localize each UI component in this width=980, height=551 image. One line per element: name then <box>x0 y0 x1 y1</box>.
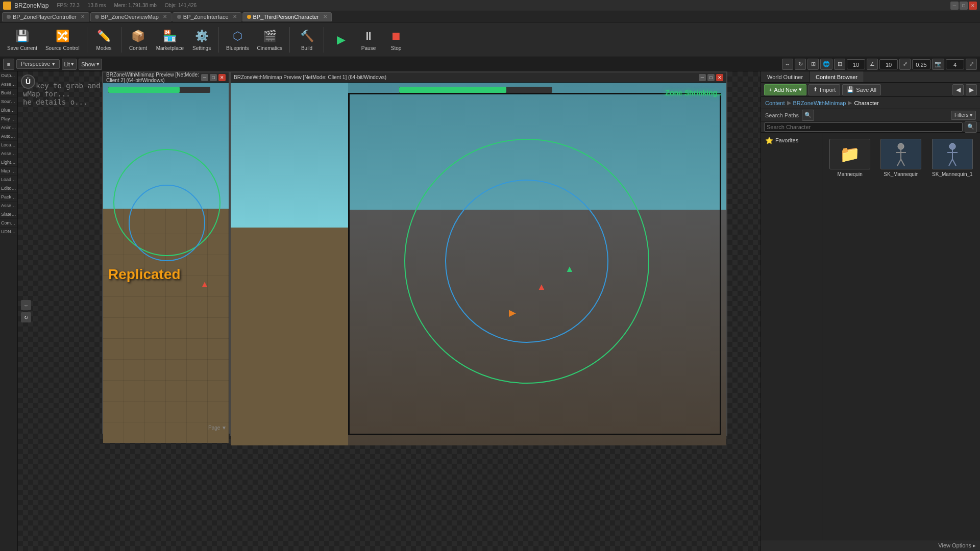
perspective-button[interactable]: Perspective ▾ <box>16 59 60 69</box>
preview-minimize-1[interactable]: ─ <box>201 74 208 81</box>
play-button[interactable]: ▶ <box>328 24 354 55</box>
maximize-button[interactable]: □ <box>960 2 968 10</box>
import-button[interactable]: ⬆ Import <box>808 84 840 95</box>
tab-close-icon[interactable]: ✕ <box>81 14 85 19</box>
tab-bp-zone-player[interactable]: BP_ZonePlayerController ✕ <box>2 12 89 21</box>
rotate-tool-icon[interactable]: ↻ <box>21 312 31 322</box>
scale-snap-button[interactable]: ⤢ <box>899 59 911 70</box>
world-outliner-tab[interactable]: World Outliner <box>761 71 810 82</box>
page-button[interactable]: Page ▼ <box>208 425 227 431</box>
nav-forward-button[interactable]: ▶ <box>966 84 977 95</box>
tab-dot-active <box>247 15 251 19</box>
content-browser-tab[interactable]: Content Browser <box>810 71 864 82</box>
source-control-button[interactable]: 🔀 Source Control <box>42 24 83 55</box>
marketplace-button[interactable]: 🏪 Marketplace <box>153 24 187 55</box>
angle-input[interactable]: 10 <box>879 59 898 69</box>
content-item-character-1[interactable]: SK_Mannequin <box>877 137 924 179</box>
add-new-button[interactable]: + Add New ▾ <box>764 84 806 95</box>
sidebar-item-source[interactable]: Source C... <box>0 97 17 106</box>
scale-input[interactable]: 0.25 <box>912 59 930 69</box>
tab-close-icon[interactable]: ✕ <box>233 14 237 19</box>
translate-button[interactable]: ↔ <box>782 59 793 70</box>
scale-button[interactable]: ⊞ <box>807 59 819 70</box>
camera-speed-input[interactable]: 4 <box>946 59 964 69</box>
sidebar-item-build[interactable]: Build and... <box>0 89 17 97</box>
search-character-input[interactable] <box>764 122 963 132</box>
pause-button[interactable]: ⏸ Pause <box>356 24 381 55</box>
close-button[interactable]: ✕ <box>969 2 977 10</box>
snap-grid-button[interactable]: ⊞ <box>834 59 845 70</box>
sidebar-item-blueprint[interactable]: Blueprint... <box>0 106 17 115</box>
world-space-button[interactable]: 🌐 <box>820 59 832 70</box>
sidebar-item-anim[interactable]: Anim Blu... <box>0 123 17 132</box>
sidebar-item-asset-reg[interactable]: Asset Re... <box>0 149 17 158</box>
sidebar-item-lighting[interactable]: Lighting <box>0 158 17 167</box>
sidebar-item-localize[interactable]: Localizat... <box>0 141 17 149</box>
save-all-button[interactable]: 💾 Save All <box>842 84 881 95</box>
sidebar-item-output[interactable]: Outp... <box>0 71 17 80</box>
preview-close-1[interactable]: ✕ <box>218 74 226 81</box>
sidebar-item-map-check[interactable]: Map Che... <box>0 167 17 176</box>
bc-project[interactable]: BRZoneWithMinimap <box>793 100 846 106</box>
sidebar-item-asset-ch[interactable]: Asset Ch... <box>0 202 17 210</box>
grid-size-input[interactable]: 10 <box>847 59 865 69</box>
build-button[interactable]: 🔨 Build <box>294 24 320 55</box>
preview-window-client2[interactable]: BRZoneWithMinimap Preview [NetMode: Clie… <box>102 71 230 434</box>
character-preview-2 <box>940 141 965 167</box>
sidebar-item-play[interactable]: Play In E... <box>0 115 17 123</box>
content-left-panel: ⭐ Favorites <box>761 133 822 540</box>
show-button[interactable]: Show ▾ <box>79 59 102 70</box>
save-current-button[interactable]: 💾 Save Current <box>4 24 40 55</box>
content-item-folder[interactable]: 📁 Mannequin <box>826 137 873 179</box>
hp-bar-container-2 <box>399 87 552 93</box>
preview-window-client1[interactable]: BRZoneWithMinimap Preview [NetMode: Clie… <box>230 71 727 436</box>
minimize-button[interactable]: ─ <box>950 2 959 10</box>
sidebar-item-automat[interactable]: Automat... <box>0 132 17 141</box>
camera-speed-button[interactable]: 📷 <box>932 59 944 70</box>
left-sidebar: Outp... Asset To... Build and... Source … <box>0 71 18 551</box>
settings-button[interactable]: ⚙️ Settings <box>189 24 214 55</box>
tab-bp-zone-overview[interactable]: BP_ZoneOverviewMap ✕ <box>90 12 172 21</box>
search-char-button[interactable]: 🔍 <box>965 121 977 133</box>
sidebar-item-udn[interactable]: UDN Parse Errors <box>0 228 17 236</box>
tab-close-icon[interactable]: ✕ <box>323 14 327 19</box>
rotate-button[interactable]: ↻ <box>795 59 806 70</box>
view-options-button[interactable]: View Options ▸ <box>938 542 976 549</box>
viewport-menu-button[interactable]: ≡ <box>3 59 14 70</box>
content-item-character-2[interactable]: SK_Mannequin_1 <box>929 137 976 179</box>
cinematics-button[interactable]: 🎬 Cinematics <box>254 24 285 55</box>
bc-content[interactable]: Content <box>765 100 785 106</box>
preview-close-2[interactable]: ✕ <box>716 74 723 81</box>
filters-button[interactable]: Filters ▾ <box>951 111 976 120</box>
separator <box>121 27 121 53</box>
sidebar-item-packaging[interactable]: Packagin... <box>0 193 17 202</box>
search-paths-icon[interactable]: 🔍 <box>802 110 814 121</box>
angle-snap-button[interactable]: ∠ <box>867 59 878 70</box>
tab-close-icon[interactable]: ✕ <box>163 14 167 19</box>
modes-button[interactable]: ✏️ Modes <box>91 24 117 55</box>
stop-icon: ⏹ <box>388 28 404 44</box>
favorites-item[interactable]: ⭐ Favorites <box>763 135 820 146</box>
tab-bp-third-person[interactable]: BP_ThirdPersonCharacter ✕ <box>242 12 332 21</box>
nav-back-button[interactable]: ◀ <box>952 84 964 95</box>
bc-folder[interactable]: Character <box>854 100 878 106</box>
sidebar-item-editor-em[interactable]: Editor Em... <box>0 184 17 193</box>
viewport-area[interactable]: ee key to grab and pan the c... wMap for… <box>18 71 761 551</box>
sidebar-item-slate[interactable]: Slate Sty... <box>0 210 17 219</box>
tab-bp-zone-interface[interactable]: BP_ZoneInterface ✕ <box>173 12 241 21</box>
lit-button[interactable]: Lit ▾ <box>62 59 77 70</box>
player-arrow-red-1: ▲ <box>200 279 209 290</box>
sidebar-item-asset-tools[interactable]: Asset To... <box>0 80 17 89</box>
maximize-viewport-button[interactable]: ⤢ <box>966 59 977 70</box>
preview-maximize-2[interactable]: □ <box>707 74 715 81</box>
blueprints-button[interactable]: ⬡ Blueprints <box>223 24 252 55</box>
stop-button[interactable]: ⏹ Stop <box>383 24 409 55</box>
preview-minimize-2[interactable]: ─ <box>699 74 706 81</box>
view-options-bar: View Options ▸ <box>761 540 980 551</box>
content-button[interactable]: 📦 Content <box>126 24 151 55</box>
fps-display: FPS: 72.3 <box>57 3 79 8</box>
move-tool-icon[interactable]: ↔ <box>21 300 31 310</box>
sidebar-item-load[interactable]: Load Em... <box>0 176 17 184</box>
preview-maximize-1[interactable]: □ <box>210 74 217 81</box>
sidebar-item-compiler[interactable]: Compiler Log <box>0 219 17 228</box>
